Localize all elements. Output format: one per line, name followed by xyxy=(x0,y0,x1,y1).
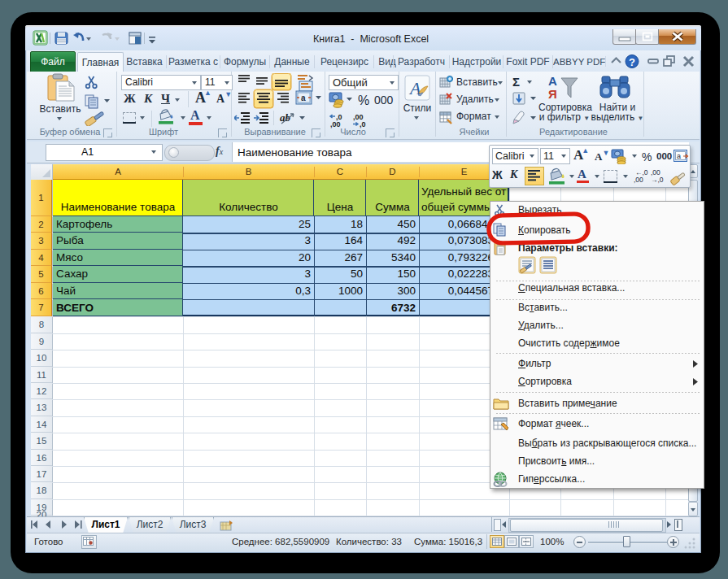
svg-text:a: a xyxy=(677,152,681,160)
svg-text:%: % xyxy=(358,94,369,107)
svg-text:?: ? xyxy=(629,56,635,68)
svg-text:Я: Я xyxy=(548,87,557,101)
svg-text:,00: ,00 xyxy=(634,176,643,184)
svg-text:→,0: →,0 xyxy=(651,176,664,184)
svg-text:000: 000 xyxy=(374,94,394,107)
svg-text:,0: ,0 xyxy=(360,120,366,128)
svg-text:,00: ,00 xyxy=(330,120,341,128)
svg-text:А: А xyxy=(548,74,557,88)
svg-text:a: a xyxy=(301,94,306,102)
